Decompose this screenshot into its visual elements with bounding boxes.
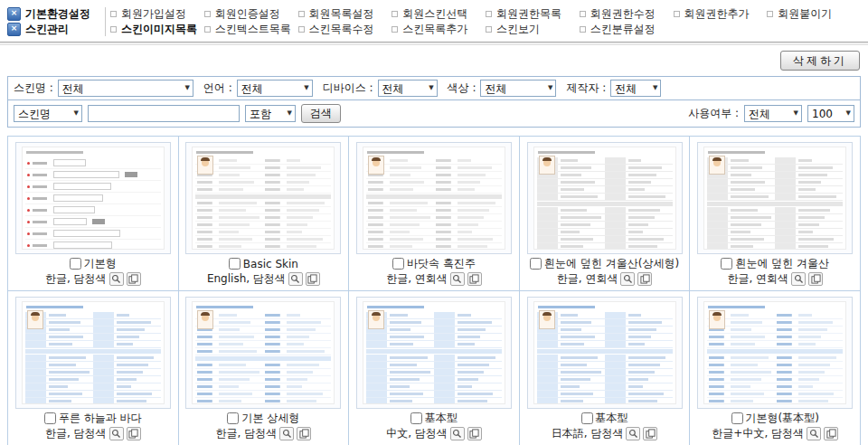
nav-menu-item[interactable]: 스킨목록수정 xyxy=(298,22,392,37)
filter-item-color: 색상 :전체 xyxy=(448,80,557,97)
preview-zoom-button[interactable] xyxy=(450,427,465,440)
skin-checkbox[interactable] xyxy=(229,258,241,270)
delete-button[interactable]: 삭제하기 xyxy=(780,51,860,71)
bullet-icon xyxy=(110,26,117,33)
filter-select-device[interactable]: 전체 xyxy=(378,80,438,97)
copy-button[interactable] xyxy=(643,427,657,440)
preview-zoom-button[interactable] xyxy=(450,272,465,286)
nav-menu-item-label: 스킨텍스트목록 xyxy=(215,22,291,37)
skin-checkbox[interactable] xyxy=(721,258,732,270)
copy-icon xyxy=(826,429,836,439)
skin-checkbox[interactable] xyxy=(731,412,743,424)
top-nav: 기본환경설정 스킨관리 회원가입설정스킨이미지목록회원인증설정스킨텍스트목록회원… xyxy=(0,0,868,39)
bullet-icon xyxy=(204,26,211,33)
skin-thumbnail[interactable] xyxy=(185,297,341,409)
preview-zoom-button[interactable] xyxy=(626,427,640,440)
copy-button[interactable] xyxy=(127,427,141,440)
skin-thumbnail[interactable] xyxy=(527,142,683,254)
skin-name-label: 바닷속 흑진주 xyxy=(407,256,476,271)
skin-checkbox[interactable] xyxy=(410,412,422,424)
toolbar: 삭제하기 xyxy=(0,45,868,76)
preview-zoom-button[interactable] xyxy=(791,272,806,286)
copy-icon xyxy=(128,274,138,284)
filter-select-color[interactable]: 전체 xyxy=(480,80,556,97)
bullet-icon xyxy=(580,26,586,33)
copy-button[interactable] xyxy=(637,272,652,286)
search-keyword-input[interactable] xyxy=(88,105,240,122)
skin-name-label: 基本型 xyxy=(596,411,628,426)
skin-checkbox[interactable] xyxy=(392,258,404,270)
nav-menu-item-label: 스킨목록수정 xyxy=(309,22,374,37)
copy-button[interactable] xyxy=(467,272,482,286)
nav-item-skin-manage[interactable]: 스킨관리 xyxy=(7,22,103,37)
copy-button[interactable] xyxy=(127,272,141,286)
nav-menu-item[interactable]: 스킨텍스트목록 xyxy=(204,22,298,37)
nav-menu-item[interactable]: 회원권한목록 xyxy=(486,6,580,22)
skin-thumbnail[interactable] xyxy=(697,142,853,254)
filter-select-skin-name[interactable]: 전체 xyxy=(58,80,193,97)
nav-menu-item[interactable]: 회원붙이기 xyxy=(767,6,861,22)
nav-menu-item-label: 스킨이미지목록 xyxy=(121,22,197,37)
skin-caption: 흰눈에 덮힌 겨울산(상세형) xyxy=(520,256,690,271)
skin-thumbnail[interactable] xyxy=(15,142,171,254)
copy-icon xyxy=(469,429,479,439)
nav-menu-item[interactable]: 스킨목록추가 xyxy=(392,22,486,37)
skin-caption: 기본 상세형 xyxy=(179,411,349,426)
nav-menu-empty xyxy=(674,22,768,37)
copy-icon xyxy=(128,429,138,439)
nav-menu-item-label: 스킨분류설정 xyxy=(590,22,656,37)
usage-filter-select[interactable]: 전체 xyxy=(744,105,802,122)
filter-select-creator[interactable]: 전체 xyxy=(610,80,661,97)
skin-thumbnail[interactable] xyxy=(356,297,512,409)
copy-button[interactable] xyxy=(306,272,320,286)
nav-menu-item[interactable]: 회원스킨선택 xyxy=(392,6,486,22)
skin-card: 基本型中文, 담청색 xyxy=(349,291,520,445)
filter-item-creator: 제작자 :전체 xyxy=(566,80,661,97)
skin-thumbnail[interactable] xyxy=(15,297,171,409)
skin-checkbox[interactable] xyxy=(530,258,542,270)
preview-zoom-button[interactable] xyxy=(109,427,124,440)
skin-thumbnail[interactable] xyxy=(697,297,853,409)
skin-thumbnail[interactable] xyxy=(185,142,341,254)
nav-item-basic-config[interactable]: 기본환경설정 xyxy=(7,6,103,22)
page-size-select[interactable]: 100 xyxy=(807,105,854,122)
nav-menu-item[interactable]: 회원가입설정 xyxy=(110,6,204,22)
skin-card: 基本型日本語, 담청색 xyxy=(520,291,691,445)
filter-select-language[interactable]: 전체 xyxy=(237,80,313,97)
skin-checkbox[interactable] xyxy=(227,412,239,424)
copy-button[interactable] xyxy=(808,272,823,286)
preview-zoom-button[interactable] xyxy=(109,272,124,286)
copy-button[interactable] xyxy=(824,427,838,440)
skin-name-label: 흰눈에 덮힌 겨울산 xyxy=(735,256,829,271)
skin-checkbox[interactable] xyxy=(70,258,81,270)
nav-menu-item[interactable]: 회원권한수정 xyxy=(580,6,674,22)
preview-zoom-button[interactable] xyxy=(279,427,294,440)
nav-menu-item[interactable]: 스킨분류설정 xyxy=(580,22,674,37)
filter-select-wrap: 전체 xyxy=(610,80,661,97)
match-mode-select-wrap: 포함 xyxy=(245,105,296,122)
copy-button[interactable] xyxy=(467,427,482,440)
avatar xyxy=(539,156,555,175)
nav-menu-item[interactable]: 스킨이미지목록 xyxy=(110,22,204,37)
nav-menu-item[interactable]: 스킨보기 xyxy=(486,22,580,37)
nav-column: 회원권한수정스킨분류설정 xyxy=(580,6,674,37)
skin-card: 푸른 하늘과 바다한글, 담청색 xyxy=(8,291,179,445)
nav-menu-item[interactable]: 회원목록설정 xyxy=(298,6,392,22)
skin-meta: 한글, 연회색 xyxy=(349,271,519,287)
skin-thumbnail[interactable] xyxy=(527,297,683,409)
search-field-select[interactable]: 스킨명 xyxy=(14,105,82,122)
preview-zoom-button[interactable] xyxy=(288,272,303,286)
nav-menu-item[interactable]: 회원권한추가 xyxy=(674,6,768,22)
copy-icon xyxy=(640,274,650,284)
skin-checkbox[interactable] xyxy=(44,412,56,424)
copy-button[interactable] xyxy=(297,427,311,440)
skin-thumbnail[interactable] xyxy=(356,142,512,254)
search-button[interactable]: 검색 xyxy=(301,104,341,123)
preview-zoom-button[interactable] xyxy=(807,427,821,440)
skin-desc-label: 日本語, 담청색 xyxy=(552,426,624,441)
skin-checkbox[interactable] xyxy=(581,412,593,424)
nav-menu-item[interactable]: 회원인증설정 xyxy=(204,6,298,22)
bullet-icon xyxy=(580,11,586,17)
preview-zoom-button[interactable] xyxy=(620,272,635,286)
match-mode-select[interactable]: 포함 xyxy=(245,105,296,122)
